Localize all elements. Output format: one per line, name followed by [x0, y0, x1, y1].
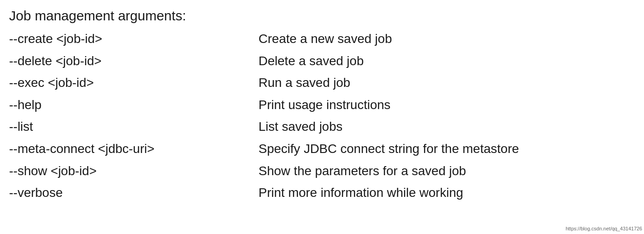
arg-flag: --verbose	[9, 182, 259, 204]
arg-description: List saved jobs	[259, 116, 635, 138]
table-row: --helpPrint usage instructions	[9, 94, 635, 116]
arg-flag: --list	[9, 116, 259, 138]
table-row: --exec <job-id>Run a saved job	[9, 72, 635, 94]
table-row: --meta-connect <jdbc-uri>Specify JDBC co…	[9, 138, 635, 160]
arg-description: Print more information while working	[259, 182, 635, 204]
arg-description: Create a new saved job	[259, 28, 635, 50]
arg-flag: --meta-connect <jdbc-uri>	[9, 138, 259, 160]
arg-flag: --show <job-id>	[9, 160, 259, 182]
table-row: --listList saved jobs	[9, 116, 635, 138]
table-row: --verbosePrint more information while wo…	[9, 182, 635, 204]
table-row: --show <job-id>Show the parameters for a…	[9, 160, 635, 182]
arg-flag: --help	[9, 94, 259, 116]
args-table: --create <job-id>Create a new saved job-…	[9, 28, 635, 204]
arg-description: Show the parameters for a saved job	[259, 160, 635, 182]
content-area: Job management arguments: --create <job-…	[9, 8, 635, 204]
section-header: Job management arguments:	[9, 8, 635, 24]
table-row: --create <job-id>Create a new saved job	[9, 28, 635, 50]
arg-description: Delete a saved job	[259, 50, 635, 72]
arg-description: Specify JDBC connect string for the meta…	[259, 138, 635, 160]
arg-flag: --create <job-id>	[9, 28, 259, 50]
arg-flag: --exec <job-id>	[9, 72, 259, 94]
arg-flag: --delete <job-id>	[9, 50, 259, 72]
watermark: https://blog.csdn.net/qq_43141726	[566, 226, 642, 231]
arg-description: Print usage instructions	[259, 94, 635, 116]
table-row: --delete <job-id>Delete a saved job	[9, 50, 635, 72]
arg-description: Run a saved job	[259, 72, 635, 94]
